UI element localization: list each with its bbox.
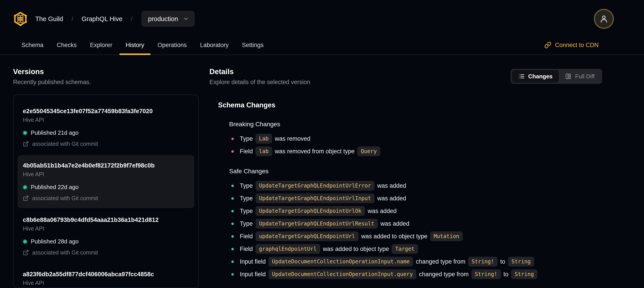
versions-subtitle: Recently published schemas. (13, 79, 199, 86)
change-text: Field (240, 246, 253, 252)
code-chip: UpdateTargetGraphQLEndpointUrlResult (256, 219, 378, 228)
code-chip: Target (392, 244, 418, 254)
hive-logo-icon[interactable] (13, 11, 28, 27)
change-text: changed type from (419, 271, 469, 278)
published-status-text: Published 21d ago (31, 129, 78, 136)
changes-view-label: Changes (528, 73, 553, 80)
code-chip: String (508, 257, 534, 266)
safe-bullet-icon (231, 185, 234, 187)
change-text: Type (240, 220, 253, 227)
main-nav-tabs: SchemaChecksExplorerHistoryOperationsLab… (0, 36, 644, 55)
git-commit-label: associated with Git commit (32, 195, 98, 201)
nav-tab-settings[interactable]: Settings (235, 36, 270, 55)
version-card[interactable]: 4b05ab51b1b4a7e2e4b0ef82172f2b9f7ef98c0b… (18, 155, 194, 208)
change-text: to (504, 271, 508, 278)
full-diff-view-label: Full Diff (575, 73, 594, 80)
safe-bullet-icon (231, 235, 234, 238)
change-text: was removed (275, 135, 310, 142)
change-row: TypeLabwas removed (231, 134, 602, 144)
details-title: Details (210, 68, 310, 76)
version-card[interactable]: a823f6db2a55df877dcf406006abca97fcc4858c… (18, 264, 194, 288)
change-row: FieldupdateTargetGraphQLEndpointUrlwas a… (231, 231, 602, 241)
version-service-name: Hive API (23, 171, 189, 177)
external-link-icon (23, 195, 29, 201)
version-status-row: Published 21d ago (23, 129, 189, 136)
version-hash: 4b05ab51b1b4a7e2e4b0ef82172f2b9f7ef98c0b (23, 162, 189, 169)
version-service-name: Hive API (23, 117, 189, 123)
link-icon (544, 42, 551, 49)
change-row: FieldgraphqlEndpointUrlwas added to obje… (231, 244, 602, 254)
change-text: Type (240, 195, 253, 202)
git-commit-label: associated with Git commit (32, 249, 98, 256)
list-icon (518, 73, 525, 80)
external-link-icon (23, 250, 29, 256)
published-status-dot (23, 239, 27, 244)
version-card[interactable]: c8b6e88a06793b9c4dfd54aaa21b36a1b421d812… (18, 209, 194, 262)
change-list: TypeUpdateTargetGraphQLEndpointUrlErrorw… (229, 181, 602, 279)
change-text: Type (240, 182, 253, 189)
code-chip: lab (256, 146, 272, 156)
code-chip: String! (471, 269, 501, 279)
breaking-bullet-icon (231, 150, 234, 153)
change-row: TypeUpdateTargetGraphQLEndpointUrlErrorw… (231, 181, 602, 191)
full-diff-view-button[interactable]: Full Diff (559, 70, 601, 83)
nav-tab-operations[interactable]: Operations (151, 36, 194, 55)
safe-bullet-icon (231, 248, 234, 250)
target-selector-dropdown[interactable]: production (142, 11, 195, 27)
nav-tab-history[interactable]: History (119, 36, 151, 55)
schema-changes-section: Schema Changes Breaking Changes TypeLabw… (218, 101, 602, 279)
breadcrumb-org[interactable]: The Guild (35, 15, 63, 23)
change-text: was added (377, 195, 406, 202)
change-group-title: Safe Changes (229, 168, 602, 175)
changes-view-button[interactable]: Changes (512, 70, 559, 83)
breadcrumb-project[interactable]: GraphQL Hive (82, 15, 122, 23)
published-status-text: Published 22d ago (31, 184, 78, 191)
user-avatar-button[interactable] (594, 9, 614, 29)
version-service-name: Hive API (23, 225, 189, 232)
details-subtitle: Explore details of the selected version (210, 79, 310, 86)
published-status-dot (23, 185, 27, 189)
change-text: Input field (240, 258, 266, 265)
change-text: changed type from (416, 258, 466, 265)
safe-bullet-icon (231, 222, 234, 225)
nav-tab-schema[interactable]: Schema (15, 36, 50, 55)
connect-to-cdn-link[interactable]: Connect to CDN (544, 42, 598, 49)
change-text: was added (377, 182, 406, 189)
change-group-title: Breaking Changes (229, 121, 602, 128)
version-hash: c8b6e88a06793b9c4dfd54aaa21b36a1b421d812 (23, 216, 189, 223)
safe-bullet-icon (231, 273, 234, 275)
person-icon (599, 14, 608, 24)
brand-row: The Guild / GraphQL Hive / production (0, 0, 644, 29)
details-header: Details Explore details of the selected … (210, 68, 602, 86)
nav-tab-laboratory[interactable]: Laboratory (194, 36, 235, 55)
git-commit-link[interactable]: associated with Git commit (23, 195, 189, 201)
version-service-name: Hive API (23, 280, 189, 286)
main-content: Versions Recently published schemas. e2e… (0, 55, 644, 288)
breaking-bullet-icon (231, 138, 234, 140)
target-selector-value: production (148, 15, 178, 23)
git-commit-link[interactable]: associated with Git commit (23, 249, 189, 256)
change-row: Fieldlabwas removed from object typeQuer… (231, 146, 602, 156)
code-chip: UpdateDocumentCollectionOperationInput.q… (268, 269, 416, 279)
code-chip: Query (357, 146, 380, 156)
nav-tab-checks[interactable]: Checks (50, 36, 83, 55)
change-text: was added to object type (361, 233, 428, 240)
details-header-text: Details Explore details of the selected … (210, 68, 310, 86)
version-card[interactable]: e2e55045345ce13fe07f52a77459b83fa3fe7020… (18, 101, 194, 154)
nav-tab-explorer[interactable]: Explorer (83, 36, 119, 55)
code-chip: UpdateTargetGraphQLEndpointUrlOk (256, 206, 365, 216)
change-row: TypeUpdateTargetGraphQLEndpointUrlOkwas … (231, 206, 602, 216)
git-commit-label: associated with Git commit (32, 141, 98, 147)
change-group: Safe Changes TypeUpdateTargetGraphQLEndp… (229, 168, 602, 279)
version-hash: a823f6db2a55df877dcf406006abca97fcc4858c (23, 271, 189, 278)
change-list: TypeLabwas removedFieldlabwas removed fr… (229, 134, 602, 156)
change-text: Input field (240, 271, 266, 278)
change-text: Type (240, 208, 253, 214)
details-panel: Details Explore details of the selected … (210, 68, 644, 282)
change-group: Breaking Changes TypeLabwas removedField… (229, 121, 602, 156)
version-status-row: Published 22d ago (23, 184, 189, 191)
safe-bullet-icon (231, 197, 234, 200)
published-status-dot (23, 131, 27, 135)
version-list: e2e55045345ce13fe07f52a77459b83fa3fe7020… (13, 95, 199, 288)
git-commit-link[interactable]: associated with Git commit (23, 141, 189, 147)
